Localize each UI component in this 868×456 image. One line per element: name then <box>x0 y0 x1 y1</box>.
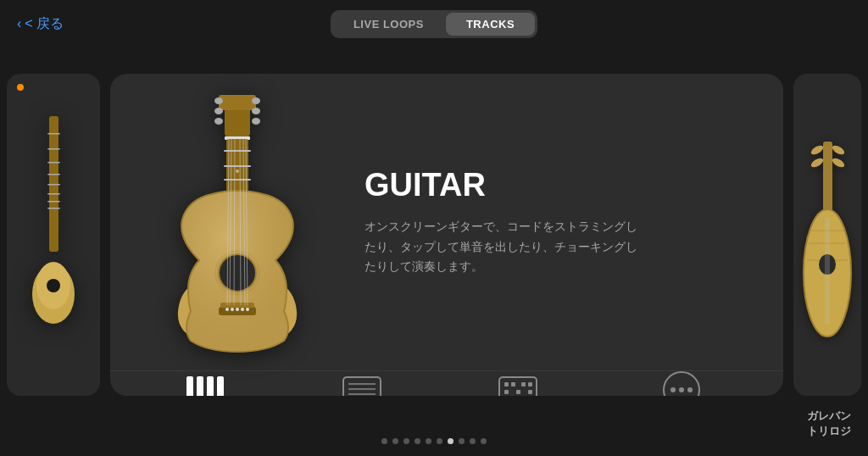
watermark-line1: ガレバン <box>807 409 851 424</box>
svg-rect-6 <box>47 193 60 195</box>
right-card[interactable] <box>793 74 861 396</box>
back-icon: ‹ <box>17 16 21 31</box>
dot-1 <box>670 387 676 392</box>
svg-point-11 <box>47 279 60 292</box>
svg-rect-4 <box>47 174 60 175</box>
tab-switcher: LIVE LOOPS TRACKS <box>331 10 537 38</box>
watermark: ガレバン トリロジ <box>807 409 851 439</box>
svg-rect-1 <box>47 133 60 135</box>
svg-rect-62 <box>516 390 520 394</box>
instrument-info: GUITAR オンスクリーンギターで、コードをストラミングしたり、タップして単音… <box>364 167 758 277</box>
option-smart-guitar[interactable]: Smart Guitar <box>171 373 239 397</box>
page-dot-4[interactable] <box>415 438 420 444</box>
center-card: GUITAR オンスクリーンギターで、コードをストラミングしたり、タップして単音… <box>110 74 783 396</box>
svg-point-69 <box>810 157 825 170</box>
main-guitar-icon <box>144 91 331 353</box>
back-button[interactable]: ‹ < 戻る <box>17 15 64 33</box>
svg-rect-51 <box>343 377 381 397</box>
dot-2 <box>679 387 684 392</box>
instrument-options: Smart Guitar Notes <box>110 370 783 396</box>
svg-point-70 <box>831 144 846 157</box>
scales-svg <box>498 375 538 397</box>
lute-icon <box>800 116 855 353</box>
svg-point-68 <box>810 144 825 157</box>
instrument-description: オンスクリーンギターで、コードをストラミングしたり、タップして単音を出したり、チ… <box>364 217 758 277</box>
svg-point-19 <box>252 118 260 125</box>
page-dot-6[interactable] <box>437 438 442 444</box>
svg-point-18 <box>214 118 223 125</box>
svg-point-32 <box>236 170 239 173</box>
bar-4 <box>217 376 224 397</box>
svg-rect-57 <box>504 382 509 386</box>
svg-rect-22 <box>224 150 251 152</box>
svg-point-44 <box>246 308 249 311</box>
bar-2 <box>197 376 203 397</box>
bar-3 <box>207 376 214 397</box>
svg-point-15 <box>214 108 223 114</box>
watermark-line2: トリロジ <box>807 424 851 439</box>
option-more[interactable]: その他のサウンド <box>641 371 722 396</box>
page-dot-1[interactable] <box>381 438 387 444</box>
svg-point-41 <box>231 308 234 311</box>
svg-point-17 <box>252 108 260 114</box>
svg-rect-60 <box>528 382 532 386</box>
option-scales[interactable]: Scales <box>484 373 552 397</box>
svg-rect-63 <box>528 390 532 394</box>
main-content: GUITAR オンスクリーンギターで、コードをストラミングしたり、タップして単音… <box>0 47 868 422</box>
svg-rect-7 <box>47 201 60 203</box>
guitar-illustration <box>127 91 348 353</box>
page-dot-3[interactable] <box>403 438 409 444</box>
page-dot-7[interactable] <box>448 438 453 444</box>
left-card[interactable] <box>7 74 100 396</box>
svg-point-71 <box>831 157 846 170</box>
svg-point-40 <box>225 308 229 311</box>
back-label: < 戻る <box>25 15 64 33</box>
option-notes[interactable]: Notes <box>328 373 396 397</box>
tab-tracks[interactable]: TRACKS <box>446 13 535 36</box>
page-dot-8[interactable] <box>459 438 465 444</box>
notes-svg <box>342 375 382 397</box>
svg-rect-13 <box>219 95 256 110</box>
svg-rect-58 <box>511 382 515 386</box>
svg-rect-24 <box>224 179 251 181</box>
svg-rect-23 <box>224 165 251 167</box>
page-dot-5[interactable] <box>426 438 431 444</box>
card-top-area: GUITAR オンスクリーンギターで、コードをストラミングしたり、タップして単音… <box>110 74 783 370</box>
svg-point-16 <box>252 97 260 104</box>
page-dot-9[interactable] <box>470 438 476 444</box>
svg-rect-2 <box>47 148 60 150</box>
top-bar: ‹ < 戻る LIVE LOOPS TRACKS <box>0 0 868 47</box>
svg-rect-5 <box>47 184 60 186</box>
guitar-left-icon <box>31 116 77 353</box>
page-dot-10[interactable] <box>481 438 487 444</box>
svg-rect-3 <box>47 162 60 164</box>
svg-point-42 <box>236 308 239 311</box>
more-icon <box>658 371 705 396</box>
svg-rect-59 <box>521 382 526 386</box>
dot-3 <box>687 387 693 392</box>
svg-rect-67 <box>823 142 832 218</box>
svg-point-14 <box>214 97 223 104</box>
svg-rect-61 <box>504 390 509 394</box>
svg-rect-39 <box>220 303 254 308</box>
smart-guitar-icon <box>181 373 229 397</box>
orange-dot-indicator <box>17 84 24 91</box>
svg-point-43 <box>241 308 244 311</box>
instrument-title: GUITAR <box>364 167 758 203</box>
svg-rect-8 <box>47 208 60 209</box>
page-dot-2[interactable] <box>392 438 398 444</box>
scales-icon <box>494 373 542 397</box>
pagination <box>0 438 868 444</box>
bar-1 <box>186 376 193 397</box>
tab-live-loops[interactable]: LIVE LOOPS <box>333 13 444 36</box>
notes-icon <box>338 373 386 397</box>
